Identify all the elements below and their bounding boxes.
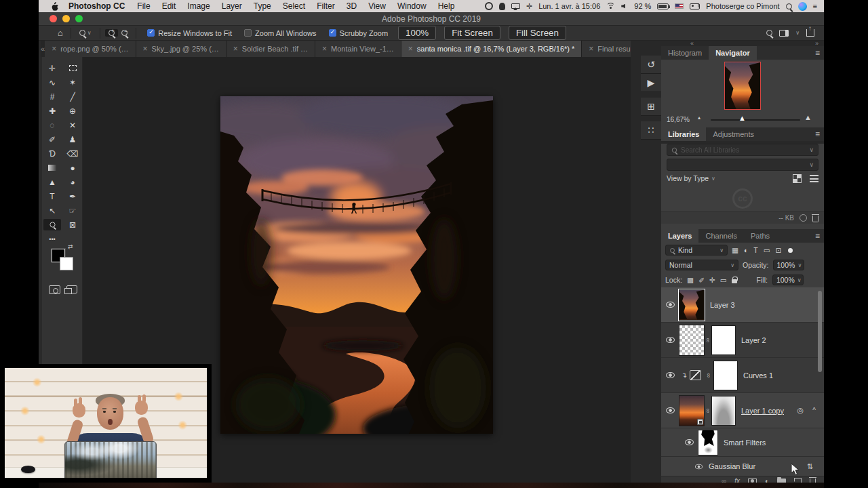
close-icon[interactable]: × [52, 44, 56, 54]
spot-healing-tool[interactable]: ⊕ [64, 105, 81, 117]
zoom-slider-thumb[interactable]: ▲ [738, 114, 746, 122]
blend-mode-dropdown[interactable]: Normal ∨ [665, 260, 738, 270]
filter-type-layers-icon[interactable]: T [753, 246, 757, 254]
zoom-in-button[interactable]: + [105, 29, 118, 37]
apple-menu-icon[interactable] [51, 1, 59, 11]
mask-link-icon[interactable]: ∞ [705, 372, 712, 379]
grid-view-icon[interactable] [793, 174, 802, 183]
view-by-type-dropdown[interactable]: View by Type [667, 174, 709, 182]
screen-record-icon[interactable] [690, 3, 700, 9]
input-language-flag-icon[interactable] [675, 3, 684, 9]
fit-screen-button[interactable]: Fit Screen [444, 26, 500, 40]
filter-shape-layers-icon[interactable]: ▭ [764, 246, 770, 254]
menu-window[interactable]: Window [397, 1, 427, 11]
airplay-icon[interactable] [511, 3, 520, 9]
magic-wand-tool[interactable]: ✶ [64, 77, 81, 88]
home-icon[interactable]: ⌂ [55, 28, 66, 38]
close-icon[interactable]: × [408, 44, 413, 54]
doc-tab-soldier-beach[interactable]: × Soldier Beach .tif … [226, 41, 315, 57]
layer-comps-panel-icon[interactable]: ∷ [641, 121, 661, 140]
notification-center-icon[interactable]: ≡ [813, 2, 817, 10]
filter-adjustment-layers-icon[interactable]: ◐ [744, 246, 748, 254]
menu-help[interactable]: Help [438, 1, 455, 11]
crop-tool[interactable]: # [43, 91, 61, 102]
menu-3d[interactable]: 3D [347, 1, 357, 11]
sync-icon[interactable] [800, 214, 807, 222]
layer-thumbnail[interactable] [679, 325, 705, 356]
history-panel-icon[interactable]: ↺ [641, 56, 661, 74]
doc-tab-montain-view[interactable]: × Montain View_-1… [315, 41, 401, 57]
menu-view[interactable]: View [368, 1, 386, 11]
filter-smart-objects-icon[interactable]: ⊡ [776, 246, 782, 254]
collapse-smart-filters-icon[interactable]: ^ [812, 407, 816, 414]
zoom-out-button[interactable]: − [118, 29, 131, 37]
layer-thumbnail[interactable] [679, 289, 705, 321]
background-color-swatch[interactable] [60, 257, 73, 270]
libraries-select-field[interactable]: ∨ [667, 159, 818, 171]
adjustment-mask-thumbnail[interactable] [713, 361, 738, 390]
mask-link-icon[interactable]: ∞ [705, 407, 711, 414]
wifi-icon[interactable] [606, 3, 615, 9]
panel-menu-icon[interactable]: ≡ [815, 127, 824, 141]
menu-layer[interactable]: Layer [222, 1, 242, 11]
clone-source-panel-icon[interactable]: ⊞ [641, 98, 661, 116]
content-aware-move-tool[interactable]: ✕ [64, 119, 81, 131]
doc-tab-rope[interactable]: × rope.png @ 50% (… [45, 41, 136, 57]
workspace-switcher-icon[interactable] [779, 30, 789, 37]
eyedropper-tool[interactable]: ╱ [64, 91, 81, 102]
navigator-zoom-value[interactable]: 16,67% [667, 116, 690, 123]
visibility-eye-icon[interactable] [694, 464, 702, 469]
close-icon[interactable]: × [589, 44, 593, 54]
eraser-tool[interactable]: ⌫ [64, 148, 81, 159]
filter-name[interactable]: Gaussian Blur [709, 462, 755, 470]
move-tool[interactable]: ✛ [43, 62, 61, 74]
zoom-all-windows-checkbox[interactable]: Zoom All Windows [244, 29, 316, 37]
gradient-tool[interactable] [43, 162, 61, 174]
curves-adjustment-icon[interactable] [690, 370, 701, 380]
menu-filter[interactable]: Filter [317, 1, 335, 11]
menu-type[interactable]: Type [254, 1, 271, 11]
smart-object-thumbnail[interactable] [679, 395, 705, 426]
list-view-icon[interactable] [810, 175, 818, 182]
panel-menu-icon[interactable]: ≡ [815, 46, 824, 60]
visibility-eye-icon[interactable] [666, 337, 675, 343]
filter-mask-thumbnail[interactable] [698, 430, 718, 455]
status-app-icon[interactable] [499, 3, 505, 10]
scrubby-zoom-checkbox[interactable]: Scrubby Zoom [329, 29, 389, 37]
layer-name[interactable]: Layer 2 [741, 336, 766, 344]
layer-filter-kind-dropdown[interactable]: Kind ∨ [665, 245, 728, 256]
lock-paint-icon[interactable]: ✐ [698, 276, 705, 284]
visibility-eye-icon[interactable] [666, 372, 675, 378]
tab-histogram[interactable]: Histogram [661, 46, 709, 60]
marquee-tool[interactable] [64, 62, 81, 74]
layer-row-layer3[interactable]: Layer 3 [661, 287, 824, 323]
tab-navigator[interactable]: Navigator [709, 46, 757, 60]
fill-screen-button[interactable]: Fill Screen [509, 26, 566, 40]
blur-tool[interactable]: ● [64, 162, 81, 174]
crosshair-icon[interactable]: ✛ [526, 2, 532, 11]
type-tool[interactable]: T [43, 190, 61, 202]
layer-row-curves1[interactable]: ↴ ∞ Curves 1 [661, 358, 824, 393]
slice-tool[interactable]: ⊠ [64, 219, 81, 230]
navigator-proxy-view[interactable] [724, 62, 761, 110]
quick-mask-button[interactable] [49, 285, 60, 294]
smart-filters-row[interactable]: Smart Filters [661, 428, 824, 457]
screen-mode-button[interactable] [66, 285, 77, 293]
clone-stamp-tool[interactable]: ♟ [64, 134, 81, 145]
tab-channels[interactable]: Channels [698, 229, 743, 243]
smart-filters-label[interactable]: Smart Filters [724, 439, 766, 447]
user-account-label[interactable]: Photoserge co Pimont [706, 2, 779, 10]
path-selection-tool[interactable]: ↖ [43, 205, 61, 216]
sharpen-tool[interactable]: ▲ [43, 176, 61, 188]
layers-scrollbar[interactable] [818, 291, 822, 372]
navigator-zoom-slider[interactable] [711, 119, 800, 121]
tab-libraries[interactable]: Libraries [661, 127, 706, 141]
mask-link-icon[interactable]: ∞ [705, 337, 711, 344]
close-icon[interactable]: × [143, 44, 148, 54]
lock-position-icon[interactable]: ✛ [709, 276, 715, 284]
visibility-eye-icon[interactable] [666, 302, 675, 308]
fill-field[interactable]: 100% ∨ [772, 274, 804, 285]
volume-icon[interactable] [621, 4, 625, 9]
healing-brush-tool[interactable]: ✚ [43, 105, 61, 117]
lock-artboard-icon[interactable]: ▭ [720, 276, 727, 284]
